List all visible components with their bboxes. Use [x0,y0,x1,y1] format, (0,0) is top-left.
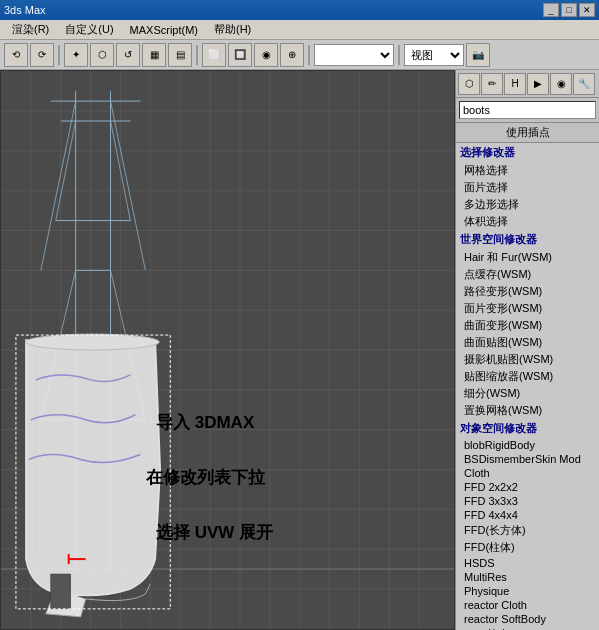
mod-physique[interactable]: Physique [456,584,599,598]
category-object-space: 对象空间修改器 [456,419,599,438]
mod-ffd-box[interactable]: FFD(长方体) [456,522,599,539]
right-icon-toolbar: ⬡ ✏ H ▶ ◉ 🔧 [456,70,599,98]
tool-select[interactable]: ✦ [64,43,88,67]
toolbar-separator-2 [196,45,198,65]
mod-reactor-cloth[interactable]: reactor Cloth [456,598,599,612]
mod-surface-deform[interactable]: 曲面变形(WSM) [456,317,599,334]
modifier-list-header: 使用插点 [456,123,599,143]
tool-camera[interactable]: 📷 [466,43,490,67]
menu-bar: 渲染(R) 自定义(U) MAXScript(M) 帮助(H) [0,20,599,40]
tool-redo[interactable]: ⟳ [30,43,54,67]
tool-undo[interactable]: ⟲ [4,43,28,67]
tool-scale[interactable]: ▦ [142,43,166,67]
panel-icon-utility[interactable]: 🔧 [573,73,595,95]
title-text: 3ds Max [4,4,46,16]
mod-ffd-444[interactable]: FFD 4x4x4 [456,508,599,522]
toolbar-separator-1 [58,45,60,65]
mod-patch-deform[interactable]: 面片变形(WSM) [456,300,599,317]
mod-hsds[interactable]: HSDS [456,556,599,570]
tool-grid[interactable]: ▤ [168,43,192,67]
view-dropdown[interactable]: 视图 [404,44,464,66]
toolbar: ⟲ ⟳ ✦ ⬡ ↺ ▦ ▤ ⬜ 🔲 ◉ ⊕ 视图 📷 [0,40,599,70]
tool-angle[interactable]: 🔲 [228,43,252,67]
mod-ffd-cyl[interactable]: FFD(柱体) [456,539,599,556]
menu-render[interactable]: 渲染(R) [4,20,57,39]
tool-percent[interactable]: ◉ [254,43,278,67]
toolbar-separator-3 [308,45,310,65]
mod-multires[interactable]: MultiRes [456,570,599,584]
toolbar-separator-4 [398,45,400,65]
panel-icon-select[interactable]: ⬡ [458,73,480,95]
menu-maxscript[interactable]: MAXScript(M) [122,22,206,38]
mod-path-deform[interactable]: 路径变形(WSM) [456,283,599,300]
svg-rect-42 [51,574,71,609]
mod-map-scaler[interactable]: 贴图缩放器(WSM) [456,368,599,385]
category-select-modifiers: 选择修改器 [456,143,599,162]
mod-volume-select[interactable]: 体积选择 [456,213,599,230]
search-area [456,98,599,123]
menu-help[interactable]: 帮助(H) [206,20,259,39]
minimize-button[interactable]: _ [543,3,559,17]
title-bar-buttons: _ □ ✕ [543,3,595,17]
viewport-text-import: 导入 3DMAX [156,411,254,434]
maximize-button[interactable]: □ [561,3,577,17]
mod-poly-select[interactable]: 多边形选择 [456,196,599,213]
toolbar-dropdown[interactable] [314,44,394,66]
mod-surface-map[interactable]: 曲面贴图(WSM) [456,334,599,351]
tool-snap[interactable]: ⬜ [202,43,226,67]
mod-reactor-soft[interactable]: reactor SoftBody [456,612,599,626]
svg-point-43 [26,334,159,350]
mod-mesh-select[interactable]: 网格选择 [456,162,599,179]
menu-custom[interactable]: 自定义(U) [57,20,121,39]
panel-icon-motion[interactable]: ▶ [527,73,549,95]
mod-blob-rigid[interactable]: blobRigidBody [456,438,599,452]
modifier-list[interactable]: 选择修改器 网格选择 面片选择 多边形选择 体积选择 世界空间修改器 Hair … [456,143,599,630]
title-bar: 3ds Max _ □ ✕ [0,0,599,20]
panel-icon-hierarchy[interactable]: H [504,73,526,95]
tool-move[interactable]: ⬡ [90,43,114,67]
mod-stl-check[interactable]: STL 检查 [456,626,599,630]
main-layout: 导入 3DMAX 在修改列表下拉 选择 UVW 展开 ⬡ ✏ H ▶ ◉ 🔧 使… [0,70,599,630]
viewport-grid [1,71,454,629]
viewport-text-list: 在修改列表下拉 [146,466,265,489]
mod-point-cache[interactable]: 点缓存(WSM) [456,266,599,283]
category-world-space: 世界空间修改器 [456,230,599,249]
close-button[interactable]: ✕ [579,3,595,17]
mod-ffd-222[interactable]: FFD 2x2x2 [456,480,599,494]
mod-camera-map[interactable]: 摄影机贴图(WSM) [456,351,599,368]
right-panel: ⬡ ✏ H ▶ ◉ 🔧 使用插点 选择修改器 网格选择 面片选择 多边形选择 体… [455,70,599,630]
mod-ffd-333[interactable]: FFD 3x3x3 [456,494,599,508]
mod-subdivide[interactable]: 细分(WSM) [456,385,599,402]
mod-hair-fur[interactable]: Hair 和 Fur(WSM) [456,249,599,266]
viewport-text-uvw: 选择 UVW 展开 [156,521,273,544]
modifier-search-input[interactable] [459,101,596,119]
tool-rotate[interactable]: ↺ [116,43,140,67]
mod-bsd-skin[interactable]: BSDismemberSkin Mod [456,452,599,466]
tool-spinner[interactable]: ⊕ [280,43,304,67]
mod-patch-select[interactable]: 面片选择 [456,179,599,196]
viewport[interactable]: 导入 3DMAX 在修改列表下拉 选择 UVW 展开 [0,70,455,630]
panel-icon-display[interactable]: ◉ [550,73,572,95]
mod-cloth[interactable]: Cloth [456,466,599,480]
panel-icon-edit[interactable]: ✏ [481,73,503,95]
mod-displace-mesh[interactable]: 置换网格(WSM) [456,402,599,419]
